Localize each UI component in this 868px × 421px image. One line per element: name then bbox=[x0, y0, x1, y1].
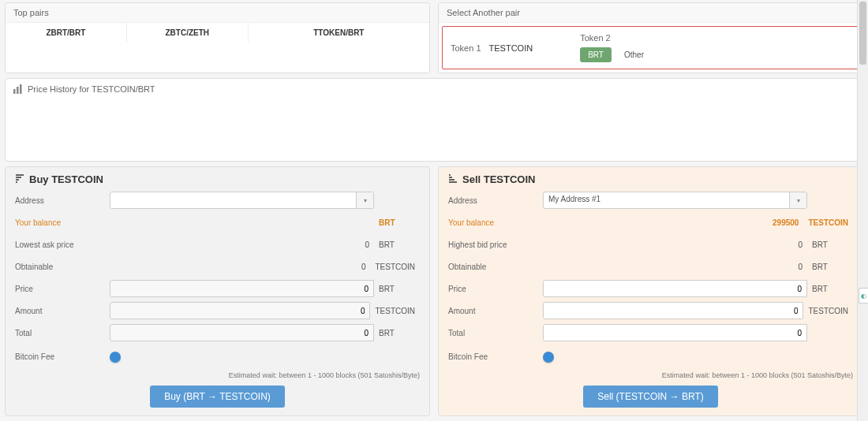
vertical-scrollbar[interactable] bbox=[857, 0, 868, 421]
sell-total-unit bbox=[807, 330, 853, 336]
buy-balance-label: Your balance bbox=[15, 218, 110, 227]
buy-total-input[interactable] bbox=[110, 324, 374, 341]
sell-highest-bid-unit: BRT bbox=[807, 237, 853, 252]
buy-button[interactable]: Buy (BRT → TESTCOIN) bbox=[150, 386, 285, 408]
sell-panel: Sell TESTCOIN Address My Address #1 ▾ Yo… bbox=[438, 166, 863, 416]
sell-price-unit: BRT bbox=[807, 281, 853, 296]
buy-price-label: Price bbox=[15, 285, 110, 293]
buy-lowest-ask-unit: BRT bbox=[374, 237, 420, 252]
token1-label: Token 1 bbox=[451, 43, 481, 53]
sell-highest-bid-label: Highest bid price bbox=[448, 240, 543, 249]
price-history-title: Price History for TESTCOIN/BRT bbox=[28, 84, 155, 94]
sell-total-label: Total bbox=[448, 329, 543, 337]
sell-amount-unit: TESTCOIN bbox=[803, 304, 853, 319]
pair-zbrt-brt[interactable]: ZBRT/BRT bbox=[6, 23, 127, 43]
buy-fee-label: Bitcoin Fee bbox=[15, 352, 110, 361]
svg-rect-1 bbox=[17, 87, 19, 94]
buy-address-select[interactable]: ▾ bbox=[110, 192, 374, 209]
sell-obtainable-unit: BRT bbox=[807, 259, 853, 274]
token2-label: Token 2 bbox=[580, 33, 649, 43]
sell-amount-input[interactable] bbox=[543, 302, 803, 319]
sell-obtainable-value: 0 bbox=[543, 263, 807, 271]
sell-price-input[interactable] bbox=[543, 280, 807, 297]
buy-balance-unit: BRT bbox=[374, 215, 420, 230]
buy-total-unit: BRT bbox=[374, 326, 420, 341]
token1-value[interactable]: TESTCOIN bbox=[489, 43, 533, 53]
select-pair-card: Select Another pair Token 1 TESTCOIN Tok… bbox=[438, 2, 863, 73]
sell-total-input[interactable] bbox=[543, 324, 807, 341]
buy-obtainable-label: Obtainable bbox=[15, 263, 110, 271]
buy-lowest-ask-value: 0 bbox=[110, 240, 374, 249]
sell-obtainable-label: Obtainable bbox=[448, 263, 543, 271]
buy-price-unit: BRT bbox=[374, 281, 420, 296]
sell-address-label: Address bbox=[448, 196, 543, 205]
buy-amount-unit: TESTCOIN bbox=[370, 304, 420, 319]
buy-wait-text: Estimated wait: between 1 - 1000 blocks … bbox=[15, 371, 420, 379]
buy-lowest-ask-label: Lowest ask price bbox=[15, 240, 110, 249]
side-widget-icon[interactable]: ◐ bbox=[859, 288, 868, 304]
brt-button[interactable]: BRT bbox=[580, 47, 612, 62]
buy-amount-input[interactable] bbox=[110, 302, 370, 319]
other-button[interactable]: Other bbox=[619, 47, 649, 62]
buy-title: Buy TESTCOIN bbox=[29, 173, 103, 185]
sell-balance-unit: TESTCOIN bbox=[803, 215, 853, 230]
sort-desc-icon bbox=[15, 173, 24, 185]
buy-panel: Buy TESTCOIN Address ▾ Your balance BRT bbox=[5, 166, 430, 416]
svg-rect-2 bbox=[20, 84, 22, 94]
svg-rect-0 bbox=[13, 89, 16, 94]
pair-zbtc-zeth[interactable]: ZBTC/ZETH bbox=[127, 23, 249, 43]
pair-ttoken-brt[interactable]: TTOKEN/BRT bbox=[249, 23, 429, 43]
buy-address-label: Address bbox=[15, 196, 110, 205]
top-pairs-card: Top pairs ZBRT/BRT ZBTC/ZETH TTOKEN/BRT bbox=[5, 2, 430, 73]
chevron-down-icon[interactable]: ▾ bbox=[356, 192, 373, 208]
buy-obtainable-unit: TESTCOIN bbox=[370, 259, 420, 274]
buy-amount-label: Amount bbox=[15, 307, 110, 315]
top-pairs-header: Top pairs bbox=[6, 3, 429, 23]
sell-title: Sell TESTCOIN bbox=[462, 173, 535, 185]
sell-button[interactable]: Sell (TESTCOIN → BRT) bbox=[583, 386, 717, 408]
sort-asc-icon bbox=[448, 173, 458, 185]
select-pair-header: Select Another pair bbox=[439, 3, 862, 23]
sell-wait-text: Estimated wait: between 1 - 1000 blocks … bbox=[448, 371, 853, 379]
buy-obtainable-value: 0 bbox=[110, 263, 370, 271]
chevron-down-icon[interactable]: ▾ bbox=[789, 192, 806, 208]
slider-thumb-icon[interactable] bbox=[543, 352, 554, 363]
sell-balance-value: 299500 bbox=[543, 218, 803, 227]
slider-thumb-icon[interactable] bbox=[110, 352, 121, 363]
sell-balance-label: Your balance bbox=[448, 218, 543, 227]
buy-total-label: Total bbox=[15, 329, 110, 337]
sell-price-label: Price bbox=[448, 285, 543, 293]
sell-address-select[interactable]: My Address #1 ▾ bbox=[543, 192, 807, 209]
sell-amount-label: Amount bbox=[448, 307, 543, 315]
sell-highest-bid-value: 0 bbox=[543, 240, 807, 249]
select-pair-body: Token 1 TESTCOIN Token 2 BRT Other bbox=[442, 26, 859, 69]
buy-price-input[interactable] bbox=[110, 280, 374, 297]
price-history-card: Price History for TESTCOIN/BRT bbox=[5, 78, 863, 162]
bar-chart-icon bbox=[13, 84, 23, 94]
sell-fee-label: Bitcoin Fee bbox=[448, 352, 543, 361]
